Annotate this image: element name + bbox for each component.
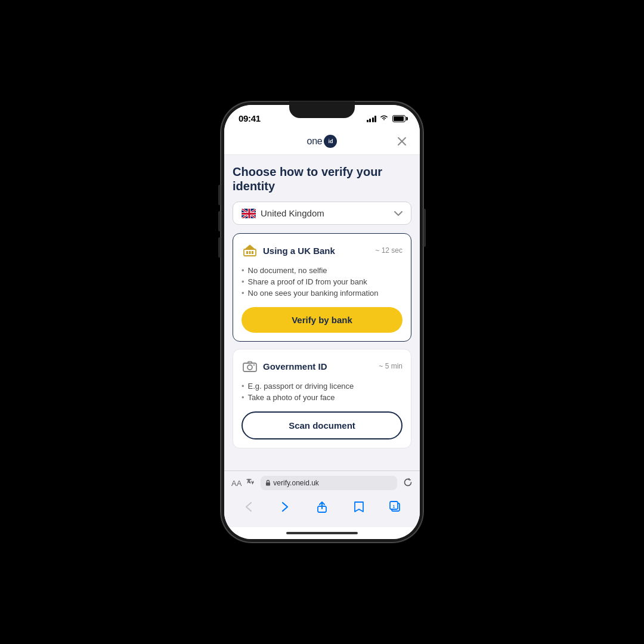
page-title: Choose how to verify your identity bbox=[233, 165, 411, 193]
battery-icon bbox=[392, 115, 405, 122]
bookmarks-button[interactable] bbox=[348, 496, 370, 518]
translate-icon[interactable] bbox=[246, 478, 256, 488]
chevron-down-icon bbox=[394, 209, 402, 218]
svg-point-8 bbox=[247, 365, 252, 370]
gov-id-card: Government ID ~ 5 min E.g. passport or d… bbox=[233, 349, 411, 448]
country-left: United Kingdom bbox=[242, 208, 324, 218]
forward-button[interactable] bbox=[274, 496, 296, 518]
svg-point-9 bbox=[253, 364, 255, 366]
url-text: verify.oneid.uk bbox=[273, 479, 318, 487]
browser-bottom-bar: AA verify.oneid.uk bbox=[224, 470, 420, 527]
gov-card-bullets: E.g. passport or driving licence Take a … bbox=[242, 380, 402, 403]
close-button[interactable] bbox=[394, 133, 410, 150]
scan-document-button[interactable]: Scan document bbox=[242, 411, 402, 439]
share-button[interactable] bbox=[311, 496, 333, 518]
phone-device: 09:41 bbox=[221, 101, 423, 543]
gov-bullet-2: Take a photo of your face bbox=[242, 392, 402, 403]
bank-bullet-3: No one sees your banking information bbox=[242, 287, 402, 299]
logo-badge-text: id bbox=[328, 138, 333, 144]
gov-card-title: Government ID bbox=[263, 361, 327, 371]
bank-card-title-row: Using a UK Bank bbox=[242, 242, 335, 259]
gov-card-title-row: Government ID bbox=[242, 358, 327, 374]
logo-text: one bbox=[307, 136, 323, 147]
phone-notch bbox=[289, 101, 355, 118]
bank-icon bbox=[242, 242, 258, 259]
uk-flag-icon bbox=[242, 209, 256, 218]
text-size-control[interactable]: AA bbox=[231, 479, 242, 488]
svg-rect-10 bbox=[266, 482, 270, 486]
url-bar-row: AA verify.oneid.uk bbox=[224, 471, 420, 493]
home-bar bbox=[286, 532, 358, 534]
svg-rect-5 bbox=[249, 251, 251, 254]
svg-text:1: 1 bbox=[393, 504, 395, 509]
gov-bullet-1: E.g. passport or driving licence bbox=[242, 380, 402, 392]
bank-verify-card: Using a UK Bank ~ 12 sec No document, no… bbox=[233, 233, 411, 342]
browser-nav-row: 1 bbox=[224, 493, 420, 527]
status-icons bbox=[367, 114, 406, 123]
verify-by-bank-button[interactable]: Verify by bank bbox=[242, 307, 402, 333]
bank-card-header: Using a UK Bank ~ 12 sec bbox=[242, 242, 402, 259]
svg-rect-4 bbox=[246, 251, 248, 254]
url-bar[interactable]: verify.oneid.uk bbox=[261, 476, 397, 490]
bank-bullet-2: Share a proof of ID from your bank bbox=[242, 276, 402, 287]
svg-rect-6 bbox=[252, 251, 253, 254]
bank-bullet-1: No document, no selfie bbox=[242, 265, 402, 276]
country-name: United Kingdom bbox=[261, 208, 324, 218]
signal-icon bbox=[367, 115, 377, 122]
logo: one id bbox=[307, 135, 338, 148]
phone-screen: 09:41 bbox=[224, 105, 420, 539]
bank-card-bullets: No document, no selfie Share a proof of … bbox=[242, 265, 402, 299]
wifi-icon bbox=[380, 114, 388, 123]
bank-card-title: Using a UK Bank bbox=[263, 246, 335, 256]
browser-content: Choose how to verify your identity bbox=[224, 155, 420, 470]
logo-badge: id bbox=[324, 135, 337, 148]
reload-icon[interactable] bbox=[403, 478, 413, 489]
bank-card-time: ~ 12 sec bbox=[375, 246, 402, 255]
back-button[interactable] bbox=[238, 496, 259, 518]
home-indicator bbox=[224, 527, 420, 539]
app-header: one id bbox=[224, 126, 420, 155]
tabs-button[interactable]: 1 bbox=[385, 496, 406, 518]
gov-card-time: ~ 5 min bbox=[379, 362, 402, 370]
gov-card-header: Government ID ~ 5 min bbox=[242, 358, 402, 374]
main-content: Choose how to verify your identity bbox=[224, 155, 420, 465]
country-selector[interactable]: United Kingdom bbox=[233, 202, 411, 225]
camera-icon bbox=[242, 358, 258, 374]
lock-icon bbox=[265, 479, 271, 487]
status-time: 09:41 bbox=[239, 113, 261, 123]
